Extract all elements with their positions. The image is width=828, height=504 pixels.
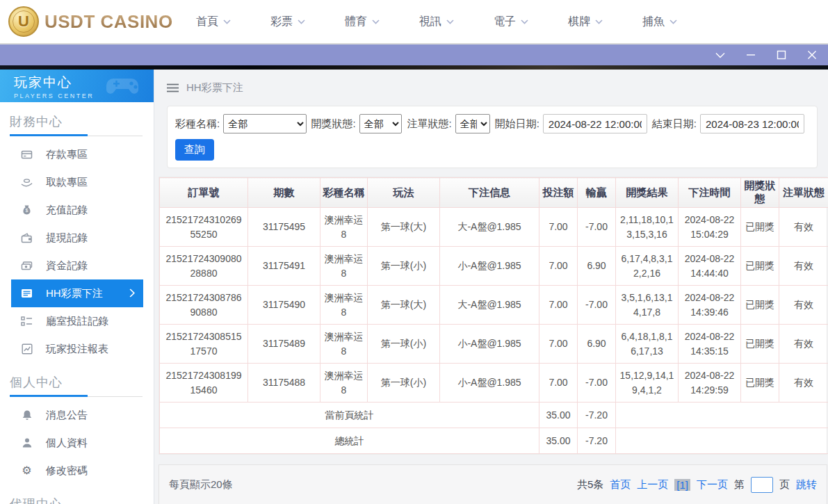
content-area: 玩家中心 PLAYERS CENTER 財務中心存款專區取款專區$充值記錄提現記… xyxy=(0,70,828,504)
table-cell: 澳洲幸运8 xyxy=(320,247,368,286)
chevron-down-icon xyxy=(521,19,528,24)
table-row: 215217243090802888031175491澳洲幸运8第一球(小)小-… xyxy=(160,247,828,286)
window-minimize-button[interactable] xyxy=(742,47,760,63)
table-cell: 2024-08-22 14:39:46 xyxy=(679,286,741,325)
nav-item-1[interactable]: 彩票 xyxy=(270,15,305,29)
summary-bet-total: 35.00 xyxy=(539,403,578,428)
sidebar-item-玩家投注報表[interactable]: 玩家投注報表 xyxy=(0,335,154,363)
menu-toggle-icon[interactable] xyxy=(167,83,179,92)
sidebar-item-資金記錄[interactable]: 資金記錄 xyxy=(0,252,154,279)
column-header-投注額: 投注額 xyxy=(539,178,578,208)
nav-item-5[interactable]: 棋牌 xyxy=(568,15,603,29)
sidebar-item-HH彩票下注[interactable]: HH彩票下注 xyxy=(11,279,143,307)
sidebar-section-heading: 財務中心 xyxy=(0,102,154,136)
table-cell: 澳洲幸运8 xyxy=(320,208,368,247)
summary-label: 總統計 xyxy=(160,428,539,454)
column-header-下注信息: 下注信息 xyxy=(440,178,539,208)
pagination-bar: 每頁顯示20條 共5条 首页 上一页 [1] 下一页 第 页 跳转 xyxy=(159,464,827,504)
main-panel: HH彩票下注 彩種名稱: 全部 開獎狀態: 全部 注單狀態: 全部 開始日期: … xyxy=(154,70,828,504)
nav-item-4[interactable]: 電子 xyxy=(494,15,528,29)
column-header-輸贏: 輸贏 xyxy=(578,178,616,208)
prev-page-link[interactable]: 上一页 xyxy=(637,478,668,491)
end-date-input[interactable] xyxy=(700,114,804,133)
column-header-彩種名稱: 彩種名稱 xyxy=(320,178,368,208)
svg-text:$: $ xyxy=(26,208,29,213)
nav-item-label: 首頁 xyxy=(196,15,218,29)
column-header-訂單號: 訂單號 xyxy=(160,178,248,208)
sidebar: 玩家中心 PLAYERS CENTER 財務中心存款專區取款專區$充值記錄提現記… xyxy=(0,70,154,504)
table-cell: -7.00 xyxy=(578,286,616,325)
nav-item-label: 棋牌 xyxy=(568,15,590,29)
chevron-down-icon xyxy=(595,19,603,24)
jump-action-link[interactable]: 跳转 xyxy=(796,478,817,491)
search-button[interactable]: 查詢 xyxy=(175,139,214,161)
sidebar-item-取款專區[interactable]: 取款專區 xyxy=(0,168,154,196)
nav-item-3[interactable]: 視訊 xyxy=(419,15,454,29)
sidebar-item-個人資料[interactable]: 個人資料 xyxy=(0,429,154,457)
sidebar-item-消息公告[interactable]: 消息公告 xyxy=(0,401,154,429)
nav-item-label: 視訊 xyxy=(419,15,441,29)
table-cell: 2024-08-22 15:04:29 xyxy=(679,208,741,247)
table-row: 215217243085151757031175489澳洲幸运8第一球(小)小-… xyxy=(160,325,828,364)
breadcrumb: HH彩票下注 xyxy=(154,70,828,106)
wallet-icon xyxy=(21,232,33,244)
chevron-down-icon xyxy=(446,19,454,24)
table-cell: 有效 xyxy=(779,325,828,364)
sidebar-item-廳室投註記錄[interactable]: 廳室投註記錄 xyxy=(0,307,154,335)
chevron-down-icon xyxy=(372,19,380,24)
table-cell: 6,17,4,8,3,12,2,16 xyxy=(616,247,679,286)
table-cell: 有效 xyxy=(779,247,828,286)
lottery-name-label: 彩種名稱: xyxy=(175,117,220,131)
next-page-link[interactable]: 下一页 xyxy=(697,478,728,491)
window-titlebar xyxy=(0,44,828,65)
end-date-label: 結束日期: xyxy=(652,117,697,131)
lottery-bet-icon xyxy=(21,288,33,300)
sidebar-section-heading: 代理中心 xyxy=(0,485,154,504)
main-nav: 首頁彩票體育視訊電子棋牌捕魚 xyxy=(186,15,677,29)
jump-page-input[interactable] xyxy=(751,477,773,493)
gamepad-icon xyxy=(105,74,144,98)
table-cell: 已開獎 xyxy=(741,247,779,286)
brand: U USDT CASINO xyxy=(0,6,186,37)
first-page-link[interactable]: 首页 xyxy=(610,478,631,491)
table-cell: 第一球(大) xyxy=(368,286,440,325)
current-page-indicator[interactable]: [1] xyxy=(674,479,690,491)
chevron-down-icon xyxy=(298,19,305,24)
nav-item-0[interactable]: 首頁 xyxy=(196,15,231,29)
nav-item-6[interactable]: 捕魚 xyxy=(642,15,677,29)
sidebar-item-提現記錄[interactable]: 提現記錄 xyxy=(0,224,154,252)
start-date-input[interactable] xyxy=(543,114,647,133)
sidebar-item-修改密碼[interactable]: ⚙修改密碼 xyxy=(0,457,154,485)
table-cell: 3,5,1,6,13,14,17,8 xyxy=(616,286,679,325)
nav-item-label: 捕魚 xyxy=(642,15,665,29)
window-maximize-button[interactable] xyxy=(772,47,790,63)
table-cell: 第一球(小) xyxy=(368,325,440,364)
sidebar-item-label: 取款專區 xyxy=(46,176,88,189)
sidebar-item-label: 提現記錄 xyxy=(46,231,88,245)
window-collapse-button[interactable] xyxy=(711,47,729,63)
table-row: 215217243081991546031175488澳洲幸运8第一球(小)小-… xyxy=(160,364,828,403)
draw-status-select[interactable]: 全部 xyxy=(359,114,403,133)
table-cell: 31175489 xyxy=(248,325,320,364)
sidebar-item-充值記錄[interactable]: $充值記錄 xyxy=(0,196,154,224)
order-status-select[interactable]: 全部 xyxy=(455,114,490,133)
sidebar-item-label: 個人資料 xyxy=(46,437,88,450)
maximize-icon xyxy=(777,50,786,60)
table-cell: 15,12,9,14,19,4,1,2 xyxy=(616,364,679,403)
lottery-name-select[interactable]: 全部 xyxy=(223,114,306,133)
table-cell: 2152172430851517570 xyxy=(160,325,248,364)
table-cell: 6.90 xyxy=(578,325,616,364)
chevron-down-icon xyxy=(223,19,231,24)
summary-bet-total: 35.00 xyxy=(539,428,578,454)
jump-suffix-label: 页 xyxy=(779,478,790,491)
sidebar-item-存款專區[interactable]: 存款專區 xyxy=(0,140,154,168)
hall-records-icon xyxy=(21,316,33,327)
per-page-label: 每頁顯示20條 xyxy=(169,478,233,491)
table-row: 215217243087869088031175490澳洲幸运8第一球(大)大-… xyxy=(160,286,828,325)
summary-label: 當前頁統計 xyxy=(160,403,539,428)
sidebar-item-label: 修改密碼 xyxy=(46,464,88,478)
nav-item-2[interactable]: 體育 xyxy=(345,15,380,29)
section-underline xyxy=(10,396,143,397)
window-close-button[interactable] xyxy=(803,47,821,63)
summary-empty xyxy=(616,403,828,428)
